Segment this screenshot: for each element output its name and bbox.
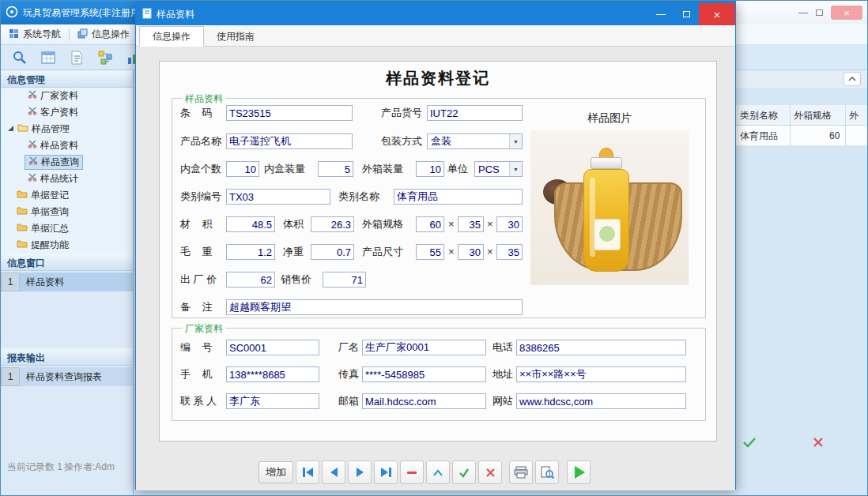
size-w-input[interactable] [416,244,444,260]
tree-item-customer-data[interactable]: 客户资料 [1,104,133,121]
size-d-input[interactable] [458,244,484,260]
cuft-input[interactable] [226,216,275,232]
nav-prev-button[interactable] [322,460,345,484]
grid-divider [845,105,846,146]
grid-icon [9,28,19,41]
grid-col-outer-spec[interactable]: 外箱规格 [794,105,832,126]
section-header-report[interactable]: 报表输出 [1,348,133,366]
factory-fax-input[interactable] [362,366,486,382]
size-h-input[interactable] [496,244,523,260]
right-titlebar[interactable]: — × [736,1,868,24]
preview-button[interactable] [535,460,559,484]
factory-address-input[interactable] [516,366,686,382]
factory-fax-label: 传真 [338,366,359,382]
gross-weight-input[interactable] [226,244,275,260]
tree-leaf-icon [28,154,38,171]
factory-phone-input[interactable] [516,340,686,355]
tree-item-label: 客户资料 [40,104,78,121]
unit-select[interactable]: PCS ▼ [474,161,523,177]
tree-folder-reminder[interactable]: 提醒功能 [1,237,133,254]
outer-qty-input[interactable] [416,161,444,177]
category-no-label: 类别编号 [180,189,221,205]
dialog-icon [142,8,152,21]
factory-email-input[interactable] [362,393,486,409]
document-icon[interactable] [66,47,88,68]
inner-count-input[interactable] [226,161,259,177]
minimize-icon[interactable]: — [798,7,808,18]
tree-folder-doc-summary[interactable]: 单据汇总 [1,220,133,237]
chevron-down-icon[interactable]: ▼ [509,134,522,148]
workflow-icon[interactable] [94,47,116,68]
tree-leaf-icon [28,88,37,104]
confirm-check-icon[interactable] [742,436,757,451]
cancel-button[interactable] [478,460,502,484]
window-item-sample-data[interactable]: 1 样品资料 [1,272,133,291]
dialog-close-button[interactable]: × [699,3,735,25]
tree-folder-sample-mgmt[interactable]: 样品管理 [1,121,133,137]
section-header-window[interactable]: 信息窗口 [1,254,133,271]
window-item-index: 1 [1,272,20,291]
layers-icon [77,28,88,41]
outer-spec-h-input[interactable] [496,216,523,232]
grid-data-row[interactable]: 体育用品 60 [736,126,868,146]
print-button[interactable] [509,460,533,484]
tree-item-factory-data[interactable]: 厂家资料 [1,88,133,104]
sample-data-dialog: 样品资料 — × 信息操作 使用指南 样品资料登记 样品资料 条 码 产品 [135,2,736,490]
net-weight-input[interactable] [311,244,354,260]
menu-system-nav[interactable]: 系统导航 [1,24,69,44]
packaging-value: 盒装 [428,134,451,148]
factory-website-input[interactable] [516,393,686,409]
tree-item-sample-query[interactable]: 样品查询 [1,154,133,171]
sample-group: 样品资料 条 码 产品货号 产品名称 包装方式 盒装 ▼ 内盒个 [172,98,706,318]
dialog-titlebar[interactable]: 样品资料 — × [136,3,735,25]
nav-next-button[interactable] [348,460,372,484]
report-item-sample-query-report[interactable]: 1 样品资料查询报表 [1,367,133,386]
edit-button[interactable] [426,460,450,484]
add-button[interactable]: 增加 [259,461,293,483]
cancel-x-icon[interactable] [812,436,825,451]
product-no-input[interactable] [427,105,523,121]
factory-group-label: 厂家资料 [182,322,226,336]
sale-price-input[interactable] [323,272,366,287]
grid-col-category-name[interactable]: 类别名称 [740,105,778,126]
status-record-count: 当前记录数 1 [7,460,62,474]
tree-item-sample-data[interactable]: 样品资料 [1,137,133,154]
search-icon[interactable] [9,47,31,68]
factory-mobile-input[interactable] [226,366,319,382]
outer-spec-d-input[interactable] [458,216,484,232]
outer-spec-w-input[interactable] [416,216,444,232]
product-size-label: 产品尺寸 [362,244,403,260]
category-no-input[interactable] [226,189,330,205]
packaging-select[interactable]: 盒装 ▼ [427,133,523,149]
run-button[interactable] [567,460,591,484]
nav-first-button[interactable] [296,460,319,484]
tree-item-sample-stats[interactable]: 样品统计 [1,171,133,187]
delete-button[interactable] [400,460,424,484]
inner-qty-input[interactable] [318,161,353,177]
tab-user-guide[interactable]: 使用指南 [204,27,267,46]
barcode-input[interactable] [226,105,353,121]
product-name-input[interactable] [226,133,353,149]
dialog-maximize-button[interactable] [674,3,699,25]
menu-info-ops[interactable]: 信息操作 [70,24,138,44]
tree-folder-doc-register[interactable]: 单据登记 [1,187,133,204]
section-header-info[interactable]: 信息管理 [1,70,133,88]
tab-info-operation[interactable]: 信息操作 [139,26,204,47]
volume-input[interactable] [311,216,354,232]
remark-input[interactable] [226,299,523,315]
factory-contact-input[interactable] [226,393,319,409]
factory-code-input[interactable] [226,340,319,355]
post-button[interactable] [452,460,476,484]
close-icon[interactable]: × [831,6,862,20]
chevron-down-icon[interactable]: ▼ [509,162,522,176]
factory-price-input[interactable] [226,272,275,287]
category-name-input[interactable] [394,189,523,205]
nav-last-button[interactable] [374,460,398,484]
factory-name-input[interactable] [362,340,486,355]
expand-triangle-icon[interactable] [7,121,14,137]
chevron-up-icon[interactable] [843,72,861,86]
tree-folder-doc-query[interactable]: 单据查询 [1,204,133,220]
maximize-icon[interactable] [816,9,823,16]
table-icon[interactable] [37,47,59,68]
dialog-minimize-button[interactable]: — [648,3,674,25]
